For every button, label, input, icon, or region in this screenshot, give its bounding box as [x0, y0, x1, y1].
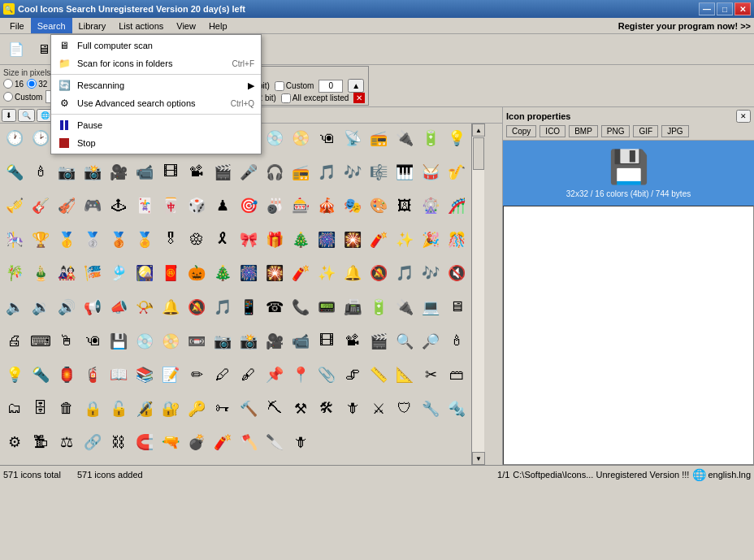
icon-cell[interactable]: 🎉: [418, 227, 444, 253]
icon-cell[interactable]: 🥈: [80, 227, 106, 253]
scroll-up-button[interactable]: ▲: [472, 124, 485, 137]
icon-cell[interactable]: 🖇: [340, 362, 366, 388]
icon-cell[interactable]: 🔈: [2, 294, 28, 320]
icon-cell[interactable]: 🔧: [418, 396, 444, 422]
icon-cell[interactable]: 🎶: [418, 260, 444, 286]
icon-cell[interactable]: ⚙: [2, 429, 28, 455]
icon-cell[interactable]: 🔪: [262, 429, 288, 455]
menu-rescanning[interactable]: 🔄 Rescanning ▶: [51, 76, 261, 94]
icon-cell[interactable]: 💡: [444, 125, 470, 151]
icon-cell[interactable]: 🔫: [158, 429, 184, 455]
icon-cell[interactable]: 🔕: [366, 260, 392, 286]
icon-cell[interactable]: 🏮: [54, 362, 80, 388]
icon-cell[interactable]: 🔦: [28, 362, 54, 388]
props-close-button[interactable]: ✕: [736, 110, 751, 123]
icon-cell[interactable]: 🥉: [106, 227, 132, 253]
icon-cell[interactable]: 🎬: [210, 159, 236, 185]
icon-cell[interactable]: 🎇: [262, 260, 288, 286]
icon-cell[interactable]: 🎭: [340, 193, 366, 219]
icon-cell[interactable]: 🗡: [288, 429, 314, 455]
icon-cell[interactable]: 🎊: [444, 227, 470, 253]
icon-cell[interactable]: 🖥: [444, 294, 470, 320]
menu-list-actions[interactable]: List actions: [112, 18, 170, 33]
icon-cell[interactable]: 🗜: [28, 429, 54, 455]
icon-cell[interactable]: ✨: [392, 227, 418, 253]
icon-cell[interactable]: ✏: [184, 362, 210, 388]
icon-cell[interactable]: 🧨: [366, 227, 392, 253]
icon-cell[interactable]: ✨: [314, 260, 340, 286]
icon-cell[interactable]: ⌨: [28, 328, 54, 354]
menu-library[interactable]: Library: [72, 18, 113, 33]
icon-cell[interactable]: 🖨: [2, 328, 28, 354]
icon-cell[interactable]: 🗑: [54, 396, 80, 422]
icon-cell[interactable]: 🎃: [184, 260, 210, 286]
icon-cell[interactable]: 🎻: [54, 193, 80, 219]
grid-tool-2[interactable]: 🔍: [18, 109, 35, 122]
icon-cell[interactable]: 🏆: [28, 227, 54, 253]
icon-cell[interactable]: 🔍: [392, 328, 418, 354]
icon-cell[interactable]: ♟: [210, 193, 236, 219]
icon-cell[interactable]: 🎎: [54, 260, 80, 286]
icon-cell[interactable]: 🎆: [314, 227, 340, 253]
icon-cell[interactable]: ⚖: [54, 429, 80, 455]
icon-cell[interactable]: 🎥: [106, 159, 132, 185]
icon-cell[interactable]: 🕯: [444, 328, 470, 354]
icon-cell[interactable]: 🎳: [262, 193, 288, 219]
menu-pause[interactable]: Pause: [51, 116, 261, 134]
icon-cell[interactable]: 🎤: [236, 159, 262, 185]
icon-cell[interactable]: 🧯: [80, 362, 106, 388]
icon-cell[interactable]: 📚: [132, 362, 158, 388]
icon-cell[interactable]: 📐: [392, 362, 418, 388]
icon-cell[interactable]: 🎵: [392, 260, 418, 286]
icon-cell[interactable]: 🔔: [158, 294, 184, 320]
menu-view[interactable]: View: [170, 18, 202, 33]
icon-cell[interactable]: 🔎: [418, 328, 444, 354]
icon-cell[interactable]: 🔏: [132, 396, 158, 422]
scroll-thumb[interactable]: [473, 137, 484, 170]
icon-cell[interactable]: 📯: [132, 294, 158, 320]
menu-advanced-search[interactable]: ⚙ Use Advanced search options Ctrl+Q: [51, 94, 261, 112]
icon-cell[interactable]: 🎞: [158, 159, 184, 185]
icon-cell[interactable]: 🎋: [2, 260, 28, 286]
icon-cell[interactable]: ⚔: [366, 396, 392, 422]
menu-stop[interactable]: Stop: [51, 134, 261, 152]
close-button[interactable]: ✕: [734, 2, 751, 15]
icon-cell[interactable]: 🎐: [106, 260, 132, 286]
icon-cell[interactable]: 📷: [210, 328, 236, 354]
icon-cell[interactable]: 🎄: [210, 260, 236, 286]
icon-cell[interactable]: 🏵: [184, 227, 210, 253]
icon-cell[interactable]: 🎀: [236, 227, 262, 253]
color-reset-button[interactable]: ✕: [353, 93, 365, 103]
icon-cell[interactable]: 🎗: [210, 227, 236, 253]
icon-cell[interactable]: ⚒: [288, 396, 314, 422]
icon-cell[interactable]: 🎨: [366, 193, 392, 219]
icon-cell[interactable]: 📖: [106, 362, 132, 388]
icon-cell[interactable]: 🛠: [314, 396, 340, 422]
icon-cell[interactable]: 🕹: [106, 193, 132, 219]
icon-cell[interactable]: 📡: [340, 125, 366, 151]
icon-cell[interactable]: 📣: [106, 294, 132, 320]
icon-cell[interactable]: 🗡: [340, 396, 366, 422]
color-custom-up[interactable]: ▲: [348, 79, 364, 93]
bmp-button[interactable]: BMP: [569, 125, 598, 137]
icon-cell[interactable]: 🎇: [340, 227, 366, 253]
icon-cell[interactable]: 📞: [288, 294, 314, 320]
icon-cell[interactable]: 🎺: [2, 193, 28, 219]
icon-cell[interactable]: 🎬: [366, 328, 392, 354]
color-custom-check[interactable]: [275, 81, 284, 91]
icon-cell[interactable]: 🧨: [210, 429, 236, 455]
icon-cell[interactable]: 💻: [418, 294, 444, 320]
icon-cell[interactable]: 💣: [184, 429, 210, 455]
icon-cell[interactable]: 🖲: [314, 125, 340, 151]
icon-cell[interactable]: 🎡: [418, 193, 444, 219]
register-text[interactable]: Register your program now! >>: [618, 21, 751, 31]
icon-cell[interactable]: 🎏: [80, 260, 106, 286]
icon-cell[interactable]: 🗂: [2, 396, 28, 422]
icon-cell[interactable]: 💿: [262, 125, 288, 151]
vertical-scrollbar[interactable]: ▲ ▼: [471, 124, 484, 465]
icon-cell[interactable]: 🔨: [236, 396, 262, 422]
icon-cell[interactable]: 🔓: [106, 396, 132, 422]
icon-cell[interactable]: 📹: [288, 328, 314, 354]
size-16-radio[interactable]: [3, 79, 13, 89]
icon-cell[interactable]: 📱: [236, 294, 262, 320]
